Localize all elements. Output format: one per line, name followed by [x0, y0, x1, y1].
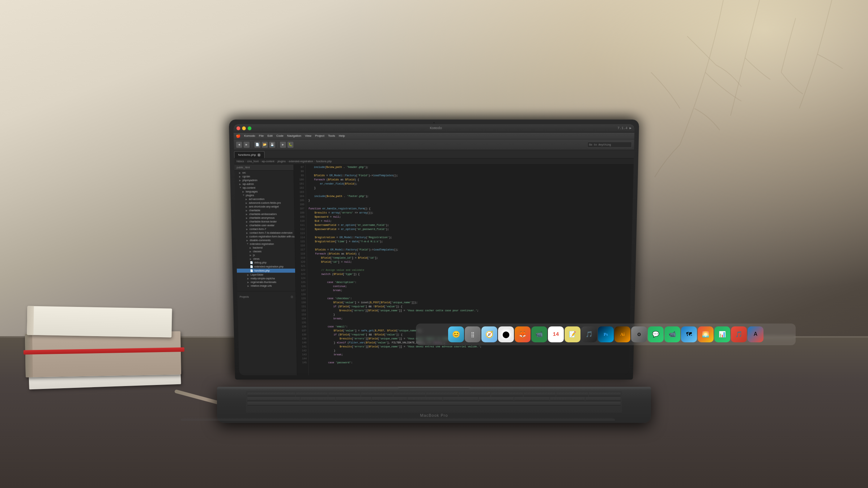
dock-icon-illustrator[interactable]: Ai	[614, 326, 630, 342]
minimize-button[interactable]	[242, 126, 246, 130]
dock-icon-launchpad[interactable]: ⣿	[465, 326, 481, 342]
tree-item-avatar[interactable]: ▶charitable-user-avatar	[236, 223, 294, 227]
tree-item-ext-reg[interactable]: ▼extended-registration	[236, 242, 295, 245]
laptop-brand-text: MacBook Pro	[420, 413, 448, 418]
dock-icon-appstore[interactable]: A	[748, 326, 763, 342]
close-button[interactable]	[237, 126, 241, 130]
key-l	[586, 397, 621, 401]
menu-file[interactable]: File	[259, 134, 264, 138]
tree-item-acf-fields[interactable]: ▶advanced-custom-fields-pro	[235, 201, 294, 204]
tree-item-views[interactable]: ▶views	[237, 257, 295, 260]
dock-icon-system-preferences[interactable]: ⚙️	[631, 326, 647, 342]
menu-komodo[interactable]: Komodo	[244, 134, 255, 138]
menu-view[interactable]: View	[305, 134, 311, 138]
tree-item-acf-accordion[interactable]: ▶acf-accordion	[235, 197, 294, 201]
dock-icon-itunes[interactable]: 🎵	[581, 326, 597, 342]
tree-item-layerslider[interactable]: ▶LayerSlider	[237, 273, 295, 276]
tree-item-ambassadors[interactable]: ▶charitable-ambassadors	[235, 212, 294, 216]
key-p	[589, 393, 621, 396]
menu-code[interactable]: Code	[276, 134, 284, 138]
tree-item-regenerate[interactable]: ▶regenerate-thumbnails	[237, 280, 295, 284]
tree-item-classes[interactable]: ▶classes	[237, 249, 295, 253]
tree-item-js[interactable]: ▶js	[237, 253, 295, 257]
dock-icon-chrome[interactable]: ⬤	[498, 326, 514, 342]
tree-item-license[interactable]: ▶charitable-license-tester	[236, 219, 294, 223]
dock-icon-music[interactable]: 🎵	[731, 326, 747, 342]
debug-btn[interactable]: 🐛	[288, 142, 294, 148]
tree-item-ami[interactable]: ▶ami-shortcode-any-widget	[235, 205, 294, 208]
tree-item-plugins[interactable]: ▼plugins	[235, 193, 294, 197]
apple-menu[interactable]: 🍎	[236, 133, 241, 138]
dock-icon-safari[interactable]: 🧭	[481, 326, 497, 342]
dock-icon-finder[interactable]: 😊	[448, 326, 464, 342]
tree-item-really-simple[interactable]: ▶really-simple-captcha	[237, 277, 295, 280]
tree-item-disable-comments[interactable]: ▶disable-comments	[236, 238, 295, 242]
dock-icon-calendar[interactable]: 14	[548, 326, 564, 342]
key-u	[491, 393, 523, 396]
tree-item-languages[interactable]: ▶languages	[235, 189, 294, 193]
projects-label: Projects	[240, 296, 249, 298]
laptop-keyboard	[246, 391, 622, 413]
dock-icon-firefox[interactable]: 🦊	[515, 326, 531, 342]
menu-edit[interactable]: Edit	[267, 134, 272, 138]
tree-item-functions[interactable]: 📄functions.php	[237, 269, 295, 273]
sep4: ›	[286, 160, 288, 163]
tree-item-relative-image[interactable]: ▶relative-image-urls	[237, 284, 295, 287]
dock-icon-facetime[interactable]: 📹	[531, 326, 547, 342]
key-d	[372, 397, 407, 401]
key-r	[393, 393, 425, 396]
save-btn[interactable]: 💾	[269, 142, 275, 148]
tree-item-cgi[interactable]: ▶cgi-bin	[235, 174, 294, 178]
key-q	[296, 393, 328, 396]
key-a	[301, 397, 336, 401]
key-i	[524, 393, 556, 396]
breadcrumb-bar: htdocs › cms_front › wp-content › plugin…	[234, 158, 634, 164]
dock-icon-notes[interactable]: 📝	[565, 326, 580, 342]
forward-btn[interactable]: ▶	[243, 142, 250, 148]
back-btn[interactable]: ◀	[236, 142, 242, 148]
active-tab[interactable]: functions.php ×	[234, 151, 264, 158]
tree-item-wpadmin[interactable]: ▶wp-admin	[235, 182, 294, 185]
search-bar[interactable]: Go to Anything	[587, 142, 632, 148]
key-f	[408, 397, 443, 401]
tree-item-src[interactable]: ▶src	[234, 171, 293, 174]
title-bar: Komodo 7.1.4 ▶	[233, 124, 634, 132]
projects-settings[interactable]: ⚙	[290, 295, 293, 299]
maximize-button[interactable]	[248, 126, 252, 130]
keyboard-row-3	[247, 402, 621, 406]
key-e	[361, 393, 393, 396]
new-file-btn[interactable]: 📄	[254, 142, 260, 148]
laptop-reflection	[181, 418, 615, 421]
dock-icon-messages[interactable]: 💬	[648, 326, 664, 342]
dock-icon-photos[interactable]: 🌅	[698, 326, 714, 342]
tree-item-anon[interactable]: ▶charitable-anonymous	[235, 216, 294, 219]
open-btn[interactable]: 📂	[262, 142, 268, 148]
dock-icon-numbers[interactable]: 📊	[714, 326, 730, 342]
dock-icon-photoshop[interactable]: Ps	[598, 326, 614, 342]
laptop: Komodo 7.1.4 ▶ 🍎 Komodo File Edit Code	[217, 127, 651, 423]
breadcrumb-extended: extended-registration	[289, 160, 313, 163]
tree-item-backend[interactable]: ▶backend	[236, 245, 295, 249]
tree-item-ext-reg-php[interactable]: 📄extended-registration.php	[237, 265, 295, 269]
menu-tools[interactable]: Tools	[328, 134, 335, 138]
dock-icon-maps[interactable]: 🗺	[681, 326, 697, 342]
books-stack	[22, 307, 195, 387]
sep2	[277, 142, 278, 148]
menu-help[interactable]: Help	[339, 134, 345, 138]
menu-navigation[interactable]: Navigation	[287, 134, 301, 138]
tree-item-custom-reg[interactable]: ▶custom-registration-form-builder-with-s…	[236, 235, 295, 238]
tree-item-wpcontent[interactable]: ▼wp-content	[235, 186, 294, 189]
key-y	[459, 393, 490, 396]
tab-close-btn[interactable]: ×	[258, 153, 260, 156]
tree-item-charitable[interactable]: ▶charitable	[235, 208, 294, 212]
menu-project[interactable]: Project	[315, 134, 324, 138]
tree-item-phpmyadmin[interactable]: ▶phpmyadmin	[235, 178, 294, 182]
tree-item-cf7[interactable]: ▶contact-form-7	[236, 227, 294, 231]
menu-bar[interactable]: 🍎 Komodo File Edit Code Navigation View …	[234, 133, 634, 140]
tree-item-debug[interactable]: 📄debug.php	[237, 261, 295, 265]
laptop-hinge	[398, 387, 470, 389]
dock-icon-facetime2[interactable]: 📹	[664, 326, 680, 342]
tree-item-cf7db[interactable]: ▶contact-form-7-to-database-extension	[236, 231, 294, 234]
key-t	[426, 393, 458, 396]
run-btn[interactable]: ▶	[280, 142, 286, 148]
